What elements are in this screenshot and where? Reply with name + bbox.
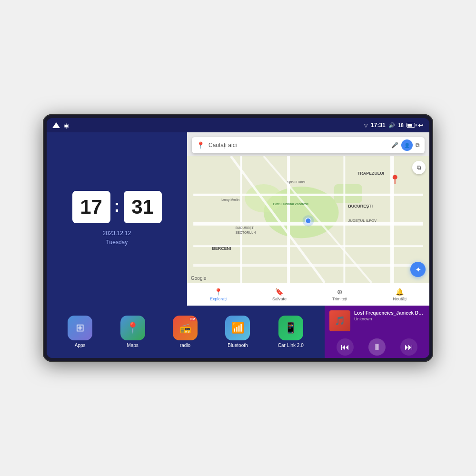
explore-label: Explorați [210,297,227,301]
svg-text:Splaiul Unirii: Splaiul Unirii [287,180,306,184]
carlink-label: Car Link 2.0 [278,343,304,348]
map-bottom-bar: 📍 Explorați 🔖 Salvate ⊕ Trimiteți 🔔 [187,283,429,306]
home-icon[interactable] [52,122,60,128]
send-label: Trimiteți [332,297,347,301]
user-avatar[interactable]: 👤 [401,139,413,151]
music-title: Lost Frequencies_Janieck Devy-... [354,310,425,316]
radio-icon: 📻 FM [173,316,198,340]
news-label: Noutăți [393,297,407,301]
maps-label: Maps [127,343,138,348]
device-screen: ◉ ▽ 17:31 🔊 18 ↩ 17 [47,118,429,358]
map-side-controls: ⧉ [412,161,426,174]
bluetooth-label: Bluetooth [228,343,248,348]
svg-point-2 [245,184,283,212]
map-panel[interactable]: 📍 Căutați aici 🎤 👤 ⧉ [187,132,429,306]
svg-text:Leroy Merlin: Leroy Merlin [221,198,239,202]
clock-date-value: 2023.12.12 [102,229,131,238]
map-search-bar[interactable]: 📍 Căutați aici 🎤 👤 ⧉ [192,137,425,153]
svg-point-25 [393,175,397,179]
bluetooth-icon: 📶 [225,316,250,340]
svg-rect-7 [193,264,423,267]
clock-colon: : [114,196,120,216]
signal-strength: 18 [398,122,404,128]
map-news-tab[interactable]: 🔔 Noutăți [393,288,407,301]
apps-bar: ⊞ Apps 📍 Maps 📻 FM [47,306,325,358]
music-player: 🎵 Lost Frequencies_Janieck Devy-... Unkn… [325,306,429,358]
music-thumbnail: 🎵 [329,310,350,331]
mic-icon[interactable]: 🎤 [391,142,398,149]
map-search-icons: 🎤 👤 ⧉ [391,139,420,151]
carlink-icon: 📱 [278,316,303,340]
status-bar: ◉ ▽ 17:31 🔊 18 ↩ [47,118,429,132]
top-section: 17 : 31 2023.12.12 Tuesday 📍 Căutați aic… [47,132,429,306]
svg-text:BERCENI: BERCENI [212,246,231,251]
svg-point-24 [303,215,314,227]
clock-panel: 17 : 31 2023.12.12 Tuesday [47,132,187,306]
map-search-text[interactable]: Căutați aici [208,142,387,149]
map-explore-tab[interactable]: 📍 Explorați [210,288,227,301]
main-content: 17 : 31 2023.12.12 Tuesday 📍 Căutați aic… [47,132,429,358]
clock-hours: 17 [72,191,110,223]
svg-rect-9 [287,156,290,283]
explore-icon: 📍 [214,288,222,296]
saved-icon: 🔖 [275,288,283,296]
music-controls: ⏮ ⏸ ⏭ [329,338,425,356]
svg-text:SECTORUL 4: SECTORUL 4 [236,231,256,234]
music-artist: Unknown [354,317,425,321]
apps-label: Apps [75,343,86,348]
svg-text:JUDEȚUL ILFOV: JUDEȚUL ILFOV [348,218,377,223]
map-send-tab[interactable]: ⊕ Trimiteți [332,288,347,301]
status-bar-right: ▽ 17:31 🔊 18 ↩ [364,121,424,129]
navigation-button[interactable]: ✦ [410,262,426,277]
svg-rect-8 [240,156,242,283]
clock-day: Tuesday [102,238,131,247]
svg-text:Parcul Natural Văcărești: Parcul Natural Văcărești [273,202,309,206]
app-item-bluetooth[interactable]: 📶 Bluetooth [225,316,250,348]
google-logo: Google [191,276,206,281]
battery-icon [407,123,415,128]
clock-display: 17 : 31 [72,191,162,223]
map-svg: TRAPEZULUI BUCUREȘTI JUDEȚUL ILFOV BERCE… [187,156,429,283]
svg-rect-4 [193,194,423,196]
app-item-carlink[interactable]: 📱 Car Link 2.0 [278,316,304,348]
back-icon[interactable]: ↩ [418,121,424,129]
svg-rect-10 [343,156,345,283]
music-info: 🎵 Lost Frequencies_Janieck Devy-... Unkn… [329,310,425,331]
svg-text:TRAPEZULUI: TRAPEZULUI [357,171,384,176]
music-text: Lost Frequencies_Janieck Devy-... Unknow… [354,310,425,331]
status-bar-left: ◉ [52,122,69,129]
clock-date: 2023.12.12 Tuesday [102,229,131,247]
status-time: 17:31 [371,122,386,129]
play-pause-button[interactable]: ⏸ [368,338,386,356]
map-area: TRAPEZULUI BUCUREȘTI JUDEȚUL ILFOV BERCE… [187,156,429,283]
radio-label: radio [180,343,190,348]
maps-icon: 📍 [120,316,145,340]
volume-icon: 🔊 [388,122,395,129]
send-icon: ⊕ [337,288,343,296]
car-head-unit: ◉ ▽ 17:31 🔊 18 ↩ 17 [43,114,433,362]
clock-minutes: 31 [124,191,162,223]
signal-icon: ▽ [364,123,368,128]
app-item-apps[interactable]: ⊞ Apps [68,316,92,348]
layers-icon[interactable]: ⧉ [416,142,420,149]
map-pin-icon: 📍 [197,141,205,149]
apps-icon: ⊞ [68,316,92,340]
maps-status-icon: ◉ [64,122,69,129]
bottom-section: ⊞ Apps 📍 Maps 📻 FM [47,306,429,358]
svg-text:BUCUREȘTI: BUCUREȘTI [236,226,255,230]
svg-text:BUCUREȘTI: BUCUREȘTI [348,204,373,208]
app-item-maps[interactable]: 📍 Maps [120,316,145,348]
map-layers-button[interactable]: ⧉ [412,161,426,174]
saved-label: Salvate [272,297,287,301]
news-icon: 🔔 [396,288,404,296]
prev-button[interactable]: ⏮ [337,338,354,356]
app-item-radio[interactable]: 📻 FM radio [173,316,198,348]
next-button[interactable]: ⏭ [400,338,417,356]
map-saved-tab[interactable]: 🔖 Salvate [272,288,287,301]
svg-rect-11 [390,156,394,283]
